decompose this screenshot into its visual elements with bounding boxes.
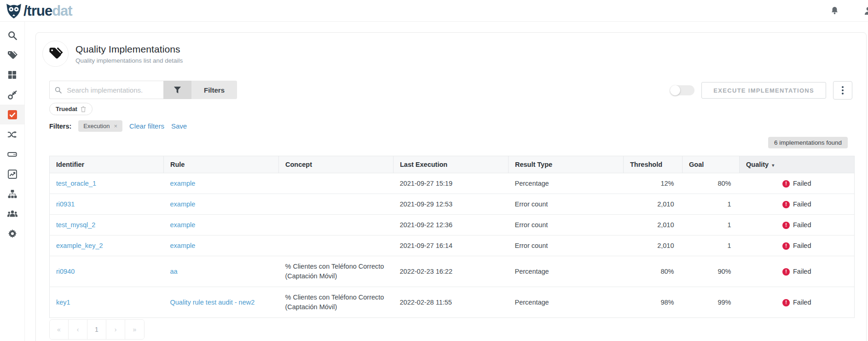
rule-link[interactable]: example <box>170 200 196 208</box>
failed-icon: ! <box>782 242 790 250</box>
table-row: ri0940aa% Clientes con Teléfono Correcto… <box>50 256 855 287</box>
implementation-link[interactable]: ri0931 <box>56 200 75 208</box>
rule-cell: example <box>164 194 279 215</box>
execute-implementations-button[interactable]: EXECUTE IMPLEMENTATIONS <box>701 82 826 99</box>
save-filters-link[interactable]: Save <box>171 122 187 130</box>
pagination-last[interactable]: » <box>125 320 144 339</box>
remove-filter-icon[interactable]: × <box>114 123 117 129</box>
column-header-rule[interactable]: Rule <box>164 156 279 173</box>
trash-icon[interactable] <box>81 106 86 112</box>
search-box <box>49 81 163 99</box>
rule-cell: example <box>164 235 279 256</box>
clear-filters-link[interactable]: Clear filters <box>129 122 164 130</box>
identifier-cell: example_key_2 <box>50 235 164 256</box>
goal-cell: 1 <box>683 235 740 256</box>
concept-cell <box>279 194 393 215</box>
implementation-link[interactable]: test_oracle_1 <box>56 180 96 187</box>
kebab-icon <box>842 86 844 88</box>
column-header-quality[interactable]: Quality▾ <box>740 156 855 173</box>
goal-cell: 99% <box>683 287 740 318</box>
column-header-concept[interactable]: Concept <box>279 156 393 173</box>
line-chart-icon <box>8 170 17 179</box>
rule-cell: aa <box>164 256 279 287</box>
quality-cell: !Failed <box>740 287 855 318</box>
table-row: key1Quality rule test audit - new2% Clie… <box>50 287 855 318</box>
concept-cell <box>279 215 393 235</box>
sidebar-item-settings[interactable] <box>0 223 24 243</box>
toggle-knob <box>670 85 680 95</box>
last-execution-cell: 2021-09-22 12:36 <box>393 215 509 235</box>
filter-chip-execution[interactable]: Execution × <box>78 120 122 132</box>
pagination-next[interactable]: › <box>106 320 125 339</box>
quality-cell: !Failed <box>740 194 855 215</box>
sidebar-item-permissions[interactable] <box>0 85 24 105</box>
pagination: « ‹ 1 › » <box>49 319 145 340</box>
identifier-cell: ri0940 <box>50 256 164 287</box>
sidebar-item-analytics[interactable] <box>0 164 24 184</box>
threshold-cell: 2,010 <box>624 235 683 256</box>
last-execution-cell: 2021-09-29 12:53 <box>393 194 509 215</box>
quality-cell: !Failed <box>740 215 855 235</box>
concept-cell: % Clientes con Teléfono Correcto (Captac… <box>279 287 393 318</box>
search-input[interactable] <box>66 86 158 94</box>
quality-status-label: Failed <box>793 241 811 250</box>
column-header-threshold[interactable]: Threshold <box>624 156 683 173</box>
implementation-link[interactable]: ri0940 <box>56 268 75 275</box>
table-header-row: IdentifierRuleConceptLast ExecutionResul… <box>50 156 855 173</box>
filter-chip-label: Execution <box>83 123 110 129</box>
sidebar-item-glossary[interactable] <box>0 45 24 65</box>
rule-cell: example <box>164 215 279 235</box>
execute-toggle[interactable] <box>670 85 694 95</box>
identifier-cell: test_oracle_1 <box>50 173 164 194</box>
result-type-cell: Percentage <box>509 173 624 194</box>
sidebar-item-quality[interactable] <box>0 105 24 124</box>
rule-link[interactable]: example <box>170 221 196 229</box>
failed-icon: ! <box>782 180 790 188</box>
more-options-button[interactable] <box>833 81 852 100</box>
sidebar-item-structures[interactable] <box>0 184 24 204</box>
users-icon <box>7 210 17 218</box>
topbar-actions <box>829 6 868 16</box>
sidebar-item-dashboards[interactable] <box>0 65 24 85</box>
sidebar-item-user-groups[interactable] <box>0 204 24 223</box>
quality-cell: !Failed <box>740 173 855 194</box>
threshold-cell: 12% <box>624 173 683 194</box>
failed-icon: ! <box>782 268 790 276</box>
rule-link[interactable]: example <box>170 180 196 187</box>
sidebar-item-search[interactable] <box>0 25 24 45</box>
rule-link[interactable]: Quality rule test audit - new2 <box>170 299 255 306</box>
shuffle-icon <box>7 130 17 139</box>
content-card: Quality Implementations Quality implemen… <box>35 32 867 341</box>
column-header-result-type[interactable]: Result Type <box>509 156 624 173</box>
result-type-cell: Error count <box>509 235 624 256</box>
user-profile-icon[interactable] <box>863 6 868 16</box>
app-logo[interactable]: /truedat <box>6 2 72 19</box>
sitemap-icon <box>8 189 17 199</box>
implementation-link[interactable]: example_key_2 <box>56 242 103 249</box>
pagination-first[interactable]: « <box>50 320 69 339</box>
results-count-badge: 6 implementations found <box>768 137 848 148</box>
filter-funnel-button[interactable] <box>163 81 191 99</box>
goal-cell: 90% <box>683 256 740 287</box>
rule-cell: Quality rule test audit - new2 <box>164 287 279 318</box>
filters-button[interactable]: Filters <box>191 81 237 99</box>
column-header-identifier[interactable]: Identifier <box>50 156 164 173</box>
rule-link[interactable]: aa <box>170 268 178 275</box>
threshold-cell: 80% <box>624 256 683 287</box>
search-icon <box>8 31 17 40</box>
tag-icon <box>7 51 17 60</box>
notifications-bell-icon[interactable] <box>829 6 839 16</box>
column-header-last-execution[interactable]: Last Execution <box>393 156 509 173</box>
quality-cell: !Failed <box>740 256 855 287</box>
rule-link[interactable]: example <box>170 242 196 249</box>
page-title: Quality Implementations <box>75 44 183 55</box>
scope-chip-truedat[interactable]: Truedat <box>49 103 93 115</box>
pagination-page-1[interactable]: 1 <box>87 320 106 339</box>
sidebar-item-data-sources[interactable] <box>0 144 24 164</box>
sidebar-item-lineage[interactable] <box>0 124 24 144</box>
pagination-prev[interactable]: ‹ <box>69 320 87 339</box>
implementation-link[interactable]: test_mysql_2 <box>56 221 95 229</box>
implementation-link[interactable]: key1 <box>56 299 70 306</box>
column-header-goal[interactable]: Goal <box>683 156 740 173</box>
concept-cell <box>279 235 393 256</box>
